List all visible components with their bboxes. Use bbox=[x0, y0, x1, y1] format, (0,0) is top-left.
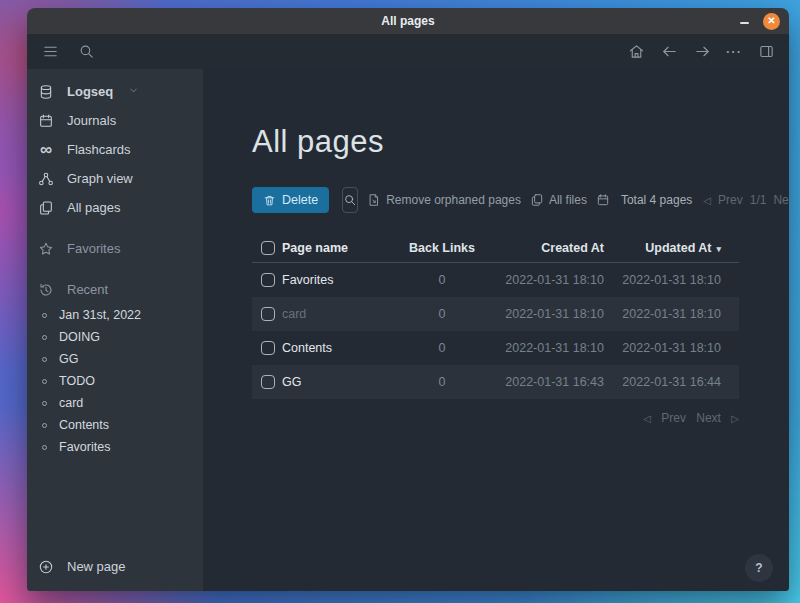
left-sidebar: Logseq Journals ∞ Flashcards Graph view … bbox=[27, 69, 203, 591]
table-header-row: Page name Back Links Created At Updated … bbox=[252, 233, 739, 263]
table-row[interactable]: GG 0 2022-01-31 16:43 2022-01-31 16:44 bbox=[252, 365, 739, 399]
next-button[interactable]: Next bbox=[773, 193, 789, 207]
cell-updated-at: 2022-01-31 16:44 bbox=[622, 375, 739, 389]
recent-page-item[interactable]: TODO bbox=[27, 370, 203, 392]
cell-back-links: 0 bbox=[397, 273, 487, 287]
page-title: All pages bbox=[252, 121, 789, 163]
star-icon bbox=[38, 241, 54, 257]
table-row[interactable]: Favorites 0 2022-01-31 18:10 2022-01-31 … bbox=[252, 263, 739, 297]
chevron-down-icon bbox=[128, 84, 139, 99]
prev-arrow-icon[interactable]: ◁ bbox=[643, 413, 651, 424]
hamburger-menu-icon[interactable] bbox=[41, 43, 59, 61]
sidebar-item-graph-view[interactable]: Graph view bbox=[27, 164, 203, 193]
new-page-button[interactable]: New page bbox=[27, 552, 203, 581]
recent-page-item[interactable]: card bbox=[27, 392, 203, 414]
recent-page-item[interactable]: GG bbox=[27, 348, 203, 370]
recent-list: Jan 31st, 2022 DOING GG TODO bbox=[27, 304, 203, 458]
more-options-icon[interactable]: ··· bbox=[726, 44, 742, 59]
cell-back-links: 0 bbox=[397, 375, 487, 389]
sidebar-item-label: Graph view bbox=[67, 171, 133, 186]
app-window: All pages ✕ ··· bbox=[27, 8, 789, 591]
prev-arrow-icon[interactable]: ◁ bbox=[703, 195, 711, 206]
prev-button[interactable]: Prev bbox=[661, 411, 686, 425]
recent-page-item[interactable]: Favorites bbox=[27, 436, 203, 458]
table-row[interactable]: card 0 2022-01-31 18:10 2022-01-31 18:10 bbox=[252, 297, 739, 331]
top-pagination: ◁ Prev 1/1 Next ▷ bbox=[703, 193, 789, 207]
sidebar-item-label: Journals bbox=[67, 113, 116, 128]
cell-page-name[interactable]: card bbox=[282, 307, 397, 321]
sidebar-item-label: All pages bbox=[67, 200, 120, 215]
select-all-checkbox[interactable] bbox=[261, 241, 275, 255]
table-row[interactable]: Contents 0 2022-01-31 18:10 2022-01-31 1… bbox=[252, 331, 739, 365]
workspace-switcher[interactable]: Logseq bbox=[27, 77, 203, 106]
bullet-icon bbox=[42, 357, 47, 362]
table-body: Favorites 0 2022-01-31 18:10 2022-01-31 … bbox=[252, 263, 739, 399]
bullet-icon bbox=[42, 423, 47, 428]
search-icon[interactable] bbox=[77, 43, 95, 61]
header-updated-at[interactable]: Updated At▾ bbox=[622, 241, 739, 255]
cell-updated-at: 2022-01-31 18:10 bbox=[622, 273, 739, 287]
bullet-icon bbox=[42, 313, 47, 318]
recent-page-item[interactable]: Jan 31st, 2022 bbox=[27, 304, 203, 326]
pages-toolbar: Delete Remove orphaned pages All files T… bbox=[252, 187, 739, 213]
remove-orphaned-label: Remove orphaned pages bbox=[386, 193, 521, 207]
right-sidebar-toggle-icon[interactable] bbox=[757, 43, 775, 61]
cell-created-at: 2022-01-31 18:10 bbox=[487, 273, 622, 287]
recent-page-label: TODO bbox=[59, 374, 95, 388]
row-checkbox[interactable] bbox=[261, 375, 275, 389]
pages-table: Page name Back Links Created At Updated … bbox=[252, 233, 739, 399]
infinity-icon: ∞ bbox=[38, 142, 54, 158]
all-files-button[interactable]: All files bbox=[530, 193, 587, 207]
row-checkbox[interactable] bbox=[261, 307, 275, 321]
cell-back-links: 0 bbox=[397, 341, 487, 355]
sort-desc-icon: ▾ bbox=[716, 244, 721, 254]
next-button[interactable]: Next bbox=[696, 411, 721, 425]
header-back-links[interactable]: Back Links bbox=[397, 241, 487, 255]
remove-orphaned-button[interactable]: Remove orphaned pages bbox=[367, 193, 521, 207]
trash-icon bbox=[263, 194, 276, 207]
window-title: All pages bbox=[381, 14, 434, 28]
cell-page-name[interactable]: GG bbox=[282, 375, 397, 389]
back-arrow-icon[interactable] bbox=[660, 43, 678, 61]
next-arrow-icon[interactable]: ▷ bbox=[731, 413, 739, 424]
recent-page-label: Contents bbox=[59, 418, 109, 432]
bullet-icon bbox=[42, 379, 47, 384]
recent-page-item[interactable]: DOING bbox=[27, 326, 203, 348]
header-created-at[interactable]: Created At bbox=[487, 241, 622, 255]
window-titlebar[interactable]: All pages ✕ bbox=[27, 8, 789, 34]
cell-created-at: 2022-01-31 16:43 bbox=[487, 375, 622, 389]
pages-icon bbox=[530, 193, 544, 207]
new-page-label: New page bbox=[67, 559, 126, 574]
delete-label: Delete bbox=[282, 193, 318, 207]
header-page-name[interactable]: Page name bbox=[282, 241, 397, 255]
cell-page-name[interactable]: Favorites bbox=[282, 273, 397, 287]
prev-button[interactable]: Prev bbox=[718, 193, 743, 207]
delete-button[interactable]: Delete bbox=[252, 187, 329, 213]
home-icon[interactable] bbox=[627, 43, 645, 61]
window-controls: ✕ bbox=[738, 8, 780, 34]
recent-page-label: Favorites bbox=[59, 440, 110, 454]
cell-page-name[interactable]: Contents bbox=[282, 341, 397, 355]
database-icon bbox=[38, 84, 54, 100]
sidebar-item-journals[interactable]: Journals bbox=[27, 106, 203, 135]
forward-arrow-icon[interactable] bbox=[693, 43, 711, 61]
sidebar-section-favorites[interactable]: Favorites bbox=[27, 234, 203, 263]
help-button[interactable]: ? bbox=[745, 554, 773, 582]
date-filter-button[interactable] bbox=[596, 193, 610, 207]
sidebar-item-all-pages[interactable]: All pages bbox=[27, 193, 203, 222]
minimize-button[interactable] bbox=[738, 13, 750, 29]
bullet-icon bbox=[42, 445, 47, 450]
cell-updated-at: 2022-01-31 18:10 bbox=[622, 341, 739, 355]
bullet-icon bbox=[42, 401, 47, 406]
table-search-button[interactable] bbox=[342, 187, 358, 213]
sidebar-item-flashcards[interactable]: ∞ Flashcards bbox=[27, 135, 203, 164]
close-button[interactable]: ✕ bbox=[763, 13, 780, 30]
row-checkbox[interactable] bbox=[261, 341, 275, 355]
row-checkbox[interactable] bbox=[261, 273, 275, 287]
main-panel: All pages Delete Remove orphaned pages A… bbox=[203, 69, 789, 591]
sidebar-section-recent[interactable]: Recent bbox=[27, 275, 203, 304]
cell-back-links: 0 bbox=[397, 307, 487, 321]
recent-page-label: DOING bbox=[59, 330, 100, 344]
recent-page-item[interactable]: Contents bbox=[27, 414, 203, 436]
cell-created-at: 2022-01-31 18:10 bbox=[487, 307, 622, 321]
